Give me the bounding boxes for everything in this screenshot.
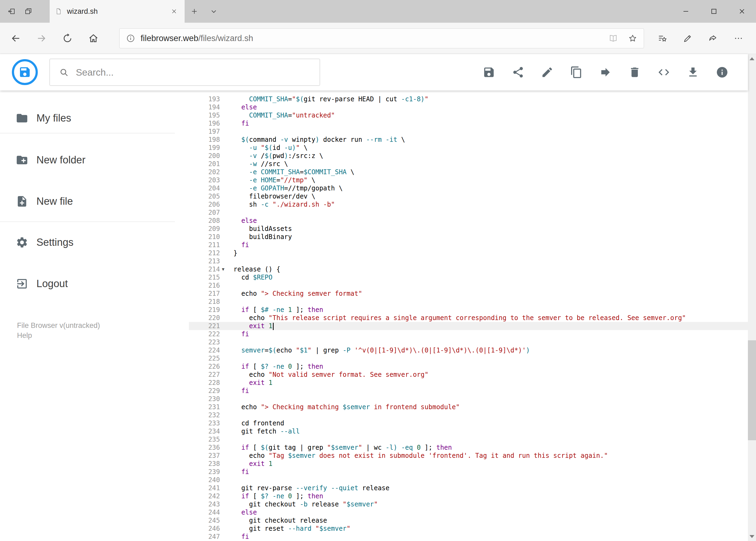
back-button[interactable] — [3, 25, 29, 51]
code-line-227[interactable]: 227 echo "Not valid semver format. See s… — [189, 370, 748, 379]
copy-button[interactable] — [570, 66, 583, 79]
code-line-195[interactable]: 195 COMMIT_SHA="untracked" — [189, 111, 748, 119]
maximize-button[interactable] — [700, 0, 728, 23]
code-line-203[interactable]: 203 -e HOME="//tmp" \ — [189, 176, 748, 184]
share-page-button[interactable] — [700, 25, 726, 51]
code-line-235[interactable]: 235 — [189, 435, 748, 443]
raw-button[interactable] — [657, 66, 670, 79]
close-button[interactable] — [728, 0, 756, 23]
code-line-242[interactable]: 242 if [ $? -ne 0 ]; then — [189, 492, 748, 500]
rename-button[interactable] — [541, 66, 554, 79]
share-button[interactable] — [512, 66, 524, 79]
code-line-213[interactable]: 213 — [189, 257, 748, 265]
set-tabs-aside-button[interactable] — [3, 0, 20, 23]
code-line-207[interactable]: 207 — [189, 209, 748, 217]
code-line-243[interactable]: 243 git checkout -b release "$semver" — [189, 500, 748, 508]
code-line-232[interactable]: 232 — [189, 411, 748, 419]
code-line-212[interactable]: 212} — [189, 249, 748, 257]
url-text[interactable]: filebrowser.web/files/wizard.sh — [140, 34, 253, 43]
move-button[interactable] — [599, 66, 612, 79]
code-line-209[interactable]: 209 buildAssets — [189, 225, 748, 233]
code-editor[interactable]: 193 COMMIT_SHA="$(git rev-parse HEAD | c… — [189, 91, 748, 541]
fold-marker[interactable]: ▾ — [220, 265, 233, 273]
code-line-206[interactable]: 206 sh -c "./wizard.sh -b" — [189, 201, 748, 209]
search-bar[interactable] — [49, 59, 320, 86]
code-line-197[interactable]: 197 — [189, 128, 748, 136]
code-line-238[interactable]: 238 exit 1 — [189, 460, 748, 468]
code-line-229[interactable]: 229 fi — [189, 387, 748, 395]
code-line-205[interactable]: 205 filebrowser/dev \ — [189, 192, 748, 201]
reading-view-button[interactable] — [609, 34, 618, 43]
code-line-216[interactable]: 216 — [189, 281, 748, 289]
code-line-196[interactable]: 196 fi — [189, 119, 748, 128]
code-line-233[interactable]: 233 cd frontend — [189, 419, 748, 427]
favorites-hub-button[interactable] — [650, 25, 675, 51]
code-line-201[interactable]: 201 -w //src \ — [189, 160, 748, 168]
code-line-208[interactable]: 208 else — [189, 217, 748, 225]
scrollbar-thumb[interactable] — [748, 340, 756, 440]
web-note-button[interactable] — [675, 25, 700, 51]
tab-close-icon[interactable] — [169, 6, 179, 16]
tab-wizard-sh[interactable]: wizard.sh — [50, 0, 185, 23]
sidebar-item-new-folder[interactable]: New folder — [0, 145, 189, 175]
code-line-226[interactable]: 226 if [ $? -ne 0 ]; then — [189, 362, 748, 370]
sidebar-item-new-file[interactable]: New file — [0, 186, 189, 216]
code-line-194[interactable]: 194 else — [189, 103, 748, 111]
code-line-200[interactable]: 200 -v /$(pwd):/src:z \ — [189, 152, 748, 160]
code-line-211[interactable]: 211 fi — [189, 241, 748, 249]
address-bar[interactable]: filebrowser.web/files/wizard.sh — [119, 28, 644, 48]
tab-preview-chevron-button[interactable] — [204, 0, 223, 23]
home-button[interactable] — [81, 25, 106, 51]
code-line-247[interactable]: 247 fi — [189, 533, 748, 541]
code-line-239[interactable]: 239 fi — [189, 468, 748, 476]
scroll-down-arrow[interactable] — [748, 532, 756, 541]
code-line-217[interactable]: 217 echo "> Checking semver format" — [189, 289, 748, 297]
code-line-221[interactable]: 221 exit 1 — [189, 322, 748, 330]
code-line-199[interactable]: 199 -u "$(id -u)" \ — [189, 144, 748, 152]
sidebar-item-my-files[interactable]: My files — [0, 103, 189, 133]
code-line-215[interactable]: 215 cd $REPO — [189, 273, 748, 281]
code-line-219[interactable]: 219 if [ $# -ne 1 ]; then — [189, 306, 748, 314]
code-line-244[interactable]: 244 else — [189, 508, 748, 516]
code-line-202[interactable]: 202 -e COMMIT_SHA=$COMMIT_SHA \ — [189, 168, 748, 176]
more-menu-button[interactable] — [726, 25, 751, 51]
code-line-234[interactable]: 234 git fetch --all — [189, 427, 748, 435]
delete-button[interactable] — [629, 66, 641, 79]
help-link[interactable]: Help — [17, 330, 100, 340]
code-line-228[interactable]: 228 exit 1 — [189, 379, 748, 387]
new-tab-button[interactable] — [185, 0, 204, 23]
scroll-up-arrow[interactable] — [748, 54, 756, 63]
forward-button[interactable] — [29, 25, 55, 51]
favorite-button[interactable] — [628, 34, 637, 43]
minimize-button[interactable] — [672, 0, 700, 23]
code-line-225[interactable]: 225 — [189, 354, 748, 362]
code-line-236[interactable]: 236 if [ $(git tag | grep "$semver" | wc… — [189, 443, 748, 452]
refresh-button[interactable] — [55, 25, 81, 51]
code-line-204[interactable]: 204 -e GOPATH=//tmp/gopath \ — [189, 184, 748, 192]
code-line-223[interactable]: 223 — [189, 338, 748, 346]
site-info-icon[interactable] — [126, 34, 135, 43]
code-line-193[interactable]: 193 COMMIT_SHA="$(git rev-parse HEAD | c… — [189, 95, 748, 103]
code-line-224[interactable]: 224 semver=$(echo "$1" | grep -P '^v(0|[… — [189, 346, 748, 354]
download-button[interactable] — [687, 66, 699, 79]
code-line-231[interactable]: 231 echo "> Checking matching $semver in… — [189, 403, 748, 411]
code-line-245[interactable]: 245 git checkout release — [189, 516, 748, 525]
code-line-198[interactable]: 198 $(command -v winpty) docker run --rm… — [189, 136, 748, 144]
sidebar-item-logout[interactable]: Logout — [0, 269, 189, 298]
code-line-214[interactable]: 214▾release () { — [189, 265, 748, 273]
sidebar-item-settings[interactable]: Settings — [0, 228, 189, 257]
code-line-220[interactable]: 220 echo "This release script requires a… — [189, 314, 748, 322]
save-button[interactable] — [483, 66, 495, 79]
info-button[interactable] — [716, 66, 728, 79]
code-line-222[interactable]: 222 fi — [189, 330, 748, 338]
code-line-218[interactable]: 218 — [189, 297, 748, 306]
code-line-246[interactable]: 246 git reset --hard "$semver" — [189, 525, 748, 533]
code-line-230[interactable]: 230 — [189, 395, 748, 403]
code-line-210[interactable]: 210 buildBinary — [189, 233, 748, 241]
tabs-preview-button[interactable] — [20, 0, 37, 23]
code-line-241[interactable]: 241 git rev-parse --verify --quiet relea… — [189, 484, 748, 492]
code-line-237[interactable]: 237 echo "Tag $semver does not exist in … — [189, 452, 748, 460]
search-input[interactable] — [76, 67, 297, 78]
page-scrollbar[interactable] — [748, 54, 756, 541]
code-line-240[interactable]: 240 — [189, 476, 748, 484]
